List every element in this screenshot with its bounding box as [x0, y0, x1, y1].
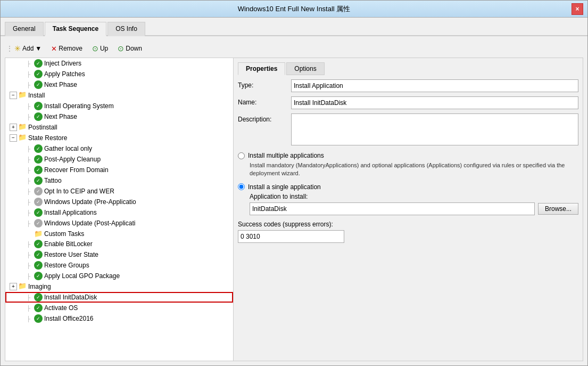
green-check-icon: ✓: [34, 293, 43, 302]
green-check-icon: ✓: [34, 240, 43, 248]
app-input[interactable]: [250, 202, 535, 215]
tree-item-install-os[interactable]: ├✓Install Operating System: [5, 101, 233, 111]
tab-general[interactable]: General: [5, 22, 44, 36]
content-area: ⋮ ✳ Add ▼ ✕ Remove ⊙ Up ⊙ Down: [1, 36, 587, 365]
expand-button[interactable]: −: [10, 134, 17, 142]
expand-button[interactable]: −: [10, 92, 17, 99]
close-button[interactable]: ×: [572, 3, 583, 15]
expand-button[interactable]: +: [10, 124, 17, 131]
toolbar: ⋮ ✳ Add ▼ ✕ Remove ⊙ Up ⊙ Down: [5, 40, 583, 58]
tree-item-recover-from-domain[interactable]: ├✓Recover From Domain: [5, 165, 233, 175]
tree-item-tattoo[interactable]: ├✓Tattoo: [5, 175, 233, 186]
tree-item-next-phase-2[interactable]: ├✓Next Phase: [5, 111, 233, 122]
green-check-icon: ✓: [34, 166, 43, 174]
green-check-icon: ✓: [34, 176, 43, 185]
tab-os-info[interactable]: OS Info: [107, 22, 145, 36]
green-check-icon: ✓: [34, 112, 43, 121]
description-label: Description:: [238, 113, 291, 123]
green-check-icon: ✓: [34, 70, 43, 78]
add-label: Add: [22, 45, 34, 52]
window-title: Windows10 Ent Full New Install 属性: [16, 4, 572, 14]
folder-icon: 📁: [18, 282, 27, 291]
toolbar-separator: ⋮: [6, 44, 8, 53]
tree-item-imaging-folder[interactable]: +📁Imaging: [5, 281, 233, 292]
tree-item-label: Post-Apply Cleanup: [44, 156, 101, 163]
tree-item-label: Apply Local GPO Package: [44, 272, 120, 280]
radio-single-label: Install a single application: [248, 183, 321, 191]
name-input[interactable]: [291, 96, 578, 109]
remove-label: Remove: [59, 45, 82, 52]
name-row: Name:: [238, 96, 578, 109]
success-section: Success codes (suppress errors):: [238, 221, 578, 243]
description-input[interactable]: [291, 113, 578, 145]
type-input[interactable]: [291, 79, 578, 92]
expand-button[interactable]: +: [10, 283, 17, 290]
tree-item-label: Inject Drivers: [44, 60, 81, 67]
radio-multiple-desc: Install mandatory (MandatoryApplications…: [238, 161, 578, 178]
tree-item-gather-local[interactable]: ├✓Gather local only: [5, 143, 233, 154]
tree-item-restore-groups[interactable]: ├✓Restore Groups: [5, 260, 233, 271]
green-check-icon: ✓: [34, 59, 43, 68]
folder-icon: 📁: [18, 91, 27, 100]
radio-multiple-row: Install multiple applications: [238, 152, 578, 159]
add-button[interactable]: ✳ Add ▼: [10, 43, 46, 54]
app-install-label: Application to install:: [250, 193, 578, 200]
up-button[interactable]: ⊙ Up: [88, 43, 112, 54]
tree-item-label: Activate OS: [44, 304, 78, 312]
tree-item-label: Postinstall: [28, 124, 57, 131]
tab-properties[interactable]: Properties: [238, 62, 285, 75]
radio-single[interactable]: [238, 183, 245, 190]
tree-item-enable-bitlocker[interactable]: ├✓Enable BitLocker: [5, 239, 233, 249]
add-icon: ✳: [14, 44, 21, 53]
add-arrow: ▼: [35, 45, 42, 52]
tree-item-apply-patches[interactable]: ├✓Apply Patches: [5, 69, 233, 79]
tree-item-apply-local-gpo[interactable]: ├✓Apply Local GPO Package: [5, 271, 233, 281]
tree-item-next-phase-1[interactable]: ├✓Next Phase: [5, 79, 233, 90]
tree-item-install-office2016[interactable]: ├✓Install Office2016: [5, 313, 233, 324]
tree-item-post-apply-cleanup[interactable]: ├✓Post-Apply Cleanup: [5, 154, 233, 165]
tree-item-install-folder[interactable]: −📁Install: [5, 90, 233, 101]
tab-options[interactable]: Options: [286, 62, 324, 75]
tree-item-restore-user-state[interactable]: ├✓Restore User State: [5, 249, 233, 260]
tree-item-windows-update-pre[interactable]: ├✓Windows Update (Pre-Applicatio: [5, 197, 233, 207]
tree-item-label: Recover From Domain: [44, 166, 109, 174]
tree-item-label: Enable BitLocker: [44, 240, 93, 248]
description-row: Description:: [238, 113, 578, 145]
tab-task-sequence[interactable]: Task Sequence: [45, 22, 106, 36]
success-input[interactable]: [238, 230, 344, 243]
green-check-icon: ✓: [34, 261, 43, 270]
radio-single-row: Install a single application: [238, 183, 578, 191]
tree-item-label: Restore User State: [44, 251, 98, 258]
green-check-icon: ✓: [34, 272, 43, 280]
properties-tabs: Properties Options: [238, 62, 578, 75]
tab-bar: General Task Sequence OS Info: [1, 18, 587, 36]
tree-item-label: Install Office2016: [44, 315, 94, 322]
tree-item-label: Opt In to CEIP and WER: [44, 188, 114, 195]
main-window: Windows10 Ent Full New Install 属性 × Gene…: [0, 0, 588, 366]
tree-item-windows-update-post[interactable]: ├✓Windows Update (Post-Applicati: [5, 218, 233, 229]
browse-button[interactable]: Browse...: [538, 203, 578, 215]
tree-item-opt-in-ceip[interactable]: ├✓Opt In to CEIP and WER: [5, 186, 233, 197]
folder-icon: 📁: [34, 230, 43, 238]
tree-item-install-initdatadisk[interactable]: ├✓Install InitDataDisk: [5, 292, 233, 303]
tree-item-label: Next Phase: [44, 81, 77, 88]
type-row: Type:: [238, 79, 578, 92]
tree-item-label: Gather local only: [44, 145, 92, 152]
tree-item-custom-tasks-folder[interactable]: 📁Custom Tasks: [5, 229, 233, 239]
tree-item-activate-os[interactable]: ├✓Activate OS: [5, 303, 233, 313]
tree-item-label: Install Operating System: [44, 102, 114, 110]
tree-item-label: Windows Update (Pre-Applicatio: [44, 198, 136, 206]
tree-item-install-applications[interactable]: ├✓Install Applications: [5, 207, 233, 218]
tree-item-postinstall-folder[interactable]: +📁Postinstall: [5, 122, 233, 133]
tree-item-label: Custom Tasks: [44, 230, 84, 238]
radio-multiple[interactable]: [238, 152, 245, 159]
folder-icon: 📁: [18, 123, 27, 132]
tree-item-label: Imaging: [28, 283, 51, 290]
tree-item-label: Next Phase: [44, 113, 77, 120]
down-button[interactable]: ⊙ Down: [113, 43, 146, 54]
tree-item-state-restore-folder[interactable]: −📁State Restore: [5, 133, 233, 143]
tree-item-inject-drivers[interactable]: ├✓Inject Drivers: [5, 58, 233, 69]
green-check-icon: ✓: [34, 144, 43, 153]
remove-button[interactable]: ✕ Remove: [47, 43, 87, 54]
up-icon: ⊙: [92, 44, 98, 53]
